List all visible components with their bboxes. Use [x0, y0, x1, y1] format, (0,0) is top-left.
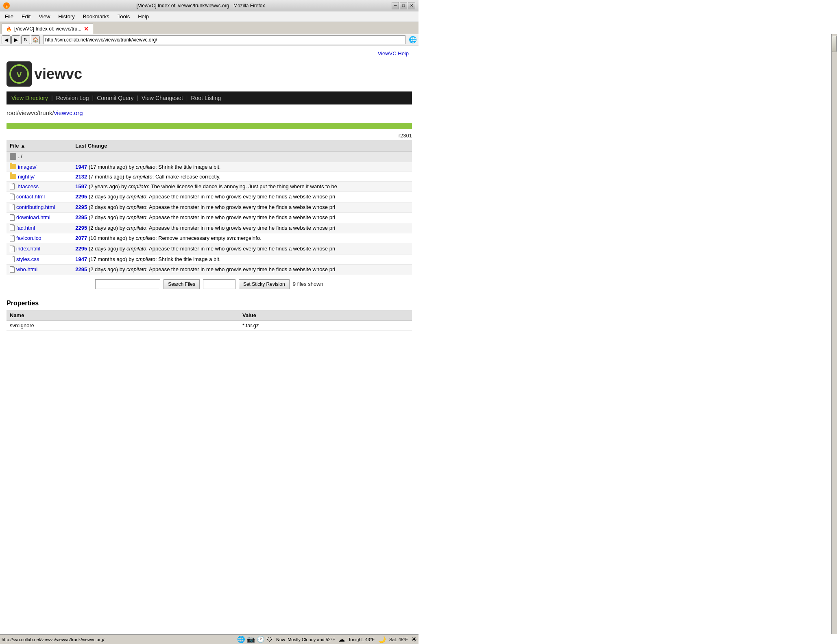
menu-edit[interactable]: Edit	[18, 13, 34, 20]
back-button[interactable]: ◀	[2, 35, 11, 44]
change-cell	[72, 152, 412, 162]
file-name-link[interactable]: contact.html	[16, 194, 45, 200]
revision-link[interactable]: 2295	[75, 225, 87, 231]
file-name-link[interactable]: faq.html	[16, 225, 35, 231]
change-cell: 1597 (2 years ago) by cmpilato: The whol…	[72, 181, 412, 192]
file-icon	[10, 224, 15, 231]
file-name-link[interactable]: images/	[18, 164, 37, 170]
properties-table: Name Value svn:ignore *.tar.gz	[7, 310, 412, 331]
author-name: cmpilato	[128, 183, 148, 189]
revision-link[interactable]: 2295	[75, 266, 87, 272]
search-files-button[interactable]: Search Files	[163, 279, 200, 289]
change-cell: 2295 (2 days ago) by cmpilato: Appease t…	[72, 213, 412, 223]
nav-view-directory[interactable]: View Directory	[11, 95, 48, 101]
col-header-file[interactable]: File ▲	[7, 140, 72, 152]
menu-bookmarks[interactable]: Bookmarks	[80, 13, 113, 20]
change-text: (2 days ago) by	[87, 225, 126, 231]
file-name-link[interactable]: styles.css	[16, 256, 39, 262]
revision-line: r2301	[7, 133, 412, 139]
file-icon	[10, 183, 15, 189]
author-name: cmpilato	[126, 214, 146, 220]
menu-view[interactable]: View	[35, 13, 53, 20]
window-title: [ViewVC] Index of: viewvc/trunk/viewvc.o…	[10, 3, 392, 9]
close-button[interactable]: ✕	[408, 2, 415, 9]
revision-link[interactable]: 2295	[75, 246, 87, 252]
table-row: download.html2295 (2 days ago) by cmpila…	[7, 213, 412, 223]
table-row: styles.css1947 (17 months ago) by cmpila…	[7, 254, 412, 265]
browser-content: ViewVC Help v viewvc View Directory | Re…	[0, 46, 418, 634]
search-files-input[interactable]	[95, 279, 160, 289]
table-row: nightly/2132 (7 months ago) by cmpilato:…	[7, 172, 412, 181]
sticky-revision-input[interactable]	[203, 279, 235, 289]
menu-tools[interactable]: Tools	[114, 13, 133, 20]
table-row: favicon.ico2077 (10 months ago) by cmpil…	[7, 233, 412, 244]
revision-link[interactable]: 2295	[75, 204, 87, 210]
author-name: cmpilato	[126, 246, 146, 252]
home-button[interactable]: 🏠	[31, 35, 40, 44]
nav-sep-4: |	[186, 95, 188, 101]
revision-link[interactable]: 1947	[75, 256, 87, 262]
nav-revision-log[interactable]: Revision Log	[56, 95, 89, 101]
change-cell: 2077 (10 months ago) by cmpilato: Remove…	[72, 233, 412, 244]
set-sticky-revision-button[interactable]: Set Sticky Revision	[239, 279, 290, 289]
file-cell: faq.html	[7, 223, 72, 233]
viewvc-help-link[interactable]: ViewVC Help	[378, 50, 409, 57]
revision-link[interactable]: 2295	[75, 194, 87, 200]
folder-icon	[10, 164, 16, 169]
revision-link[interactable]: 2077	[75, 235, 87, 241]
address-bar[interactable]	[43, 35, 405, 44]
nav-view-changeset[interactable]: View Changeset	[142, 95, 183, 101]
commit-message: : Appease the monster in me who growls e…	[146, 246, 336, 252]
firefox-icon: 🌐	[409, 36, 417, 44]
file-icon	[10, 235, 15, 242]
file-name-link[interactable]: index.html	[16, 246, 40, 252]
file-cell: ../	[7, 152, 72, 162]
menu-help[interactable]: Help	[135, 13, 152, 20]
prop-row: svn:ignore *.tar.gz	[7, 320, 412, 330]
change-text: (2 days ago) by	[87, 204, 126, 210]
change-cell: 2295 (2 days ago) by cmpilato: Appease t…	[72, 265, 412, 275]
properties-title: Properties	[7, 293, 412, 310]
reload-button[interactable]: ↻	[21, 35, 30, 44]
revision-link[interactable]: 2295	[75, 214, 87, 220]
commit-message: : Appease the monster in me who growls e…	[146, 225, 336, 231]
revision-link[interactable]: 1597	[75, 183, 87, 189]
menu-file[interactable]: File	[2, 13, 17, 20]
revision-link[interactable]: 2132	[75, 174, 87, 180]
menu-history[interactable]: History	[55, 13, 78, 20]
logo-area: v viewvc	[7, 58, 412, 91]
file-name-link[interactable]: favicon.ico	[16, 235, 41, 241]
breadcrumb-current: viewvc.org	[54, 109, 83, 116]
nav-sep-3: |	[137, 95, 138, 101]
window-controls[interactable]: ─ □ ✕	[392, 2, 415, 9]
logo-svg: v	[9, 64, 29, 84]
author-name: cmpilato	[136, 164, 155, 170]
file-table: File ▲ Last Change ../images/1947 (17 mo…	[7, 140, 412, 275]
maximize-button[interactable]: □	[400, 2, 407, 9]
file-name-link[interactable]: download.html	[16, 214, 50, 220]
file-icon	[10, 266, 15, 273]
minimize-button[interactable]: ─	[392, 2, 399, 9]
table-row: contributing.html2295 (2 days ago) by cm…	[7, 202, 412, 213]
commit-message: : Remove unnecessary empty svn:mergeinfo…	[155, 235, 262, 241]
browser-tab[interactable]: 🔥 [ViewVC] Index of: viewvc/tru... ✕	[2, 24, 93, 34]
file-name-link[interactable]: who.html	[16, 266, 37, 272]
file-name-link[interactable]: .htaccess	[16, 183, 39, 189]
file-name-link[interactable]: nightly/	[18, 174, 35, 180]
table-row: contact.html2295 (2 days ago) by cmpilat…	[7, 192, 412, 202]
nav-sep-1: |	[51, 95, 53, 101]
file-icon	[10, 246, 15, 252]
author-name: cmpilato	[136, 235, 155, 241]
nav-root-listing[interactable]: Root Listing	[191, 95, 221, 101]
author-name: cmpilato	[126, 194, 146, 200]
change-text: (2 days ago) by	[87, 266, 126, 272]
table-row: who.html2295 (2 days ago) by cmpilato: A…	[7, 265, 412, 275]
nav-commit-query[interactable]: Commit Query	[97, 95, 133, 101]
file-name-link[interactable]: contributing.html	[16, 204, 55, 210]
forward-button[interactable]: ▶	[11, 35, 20, 44]
commit-message: : Appease the monster in me who growls e…	[146, 266, 336, 272]
revision-link[interactable]: 1947	[75, 164, 87, 170]
file-cell: styles.css	[7, 254, 72, 265]
tab-close-button[interactable]: ✕	[84, 26, 89, 32]
change-text: (2 days ago) by	[87, 194, 126, 200]
